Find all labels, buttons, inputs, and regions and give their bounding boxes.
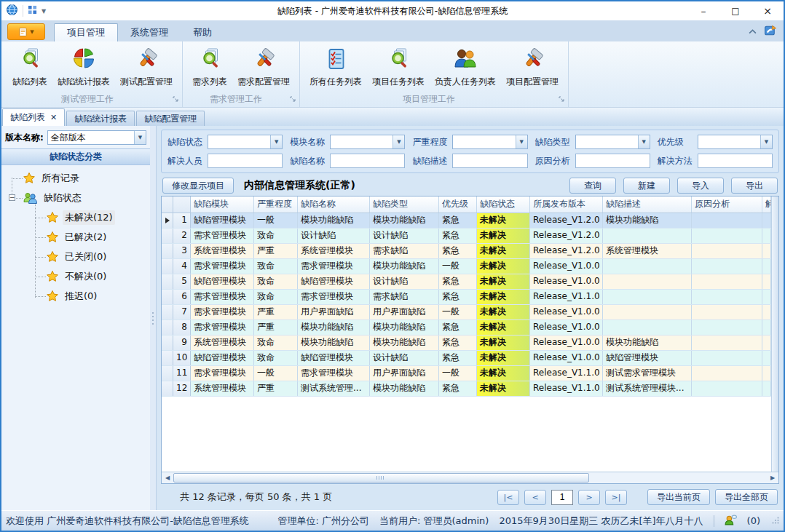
next-page-button[interactable]: > xyxy=(578,490,600,505)
tree-item[interactable]: 所有记录 xyxy=(1,168,150,188)
tree-item[interactable]: 推迟(0) xyxy=(1,286,150,306)
ribbon-button[interactable]: 负责人任务列表 xyxy=(430,44,501,88)
table-row[interactable]: 9系统管理模块致命模块功能缺陷模块功能缺陷紧急未解决Release_V1.0.0… xyxy=(162,336,771,351)
filter-combo[interactable]: ▼ xyxy=(330,135,405,149)
cell-severity: 严重 xyxy=(254,381,298,396)
ribbon-button[interactable]: 项目配置管理 xyxy=(501,44,564,88)
prev-page-button[interactable]: < xyxy=(524,490,546,505)
doc-tab[interactable]: 缺陷配置管理 xyxy=(136,111,205,126)
scroll-right-icon[interactable]: ▶ xyxy=(767,472,778,483)
scroll-left-icon[interactable]: ◀ xyxy=(162,472,173,483)
tree-item[interactable]: 已解决(2) xyxy=(1,227,150,247)
tree-item[interactable]: 已关闭(0) xyxy=(1,247,150,266)
query-button[interactable]: 查询 xyxy=(569,178,616,194)
task-list-icon xyxy=(324,47,348,73)
minimize-button[interactable]: – xyxy=(687,1,719,20)
column-header[interactable]: 缺陷状态 xyxy=(477,196,530,213)
close-button[interactable]: × xyxy=(752,1,784,20)
doc-tab[interactable]: 缺陷统计报表 xyxy=(66,111,135,126)
table-row[interactable]: 3系统管理模块严重系统管理模块需求缺陷紧急未解决Release_V1.2.0系统… xyxy=(162,244,771,259)
last-page-button[interactable]: >| xyxy=(605,490,627,505)
horizontal-scrollbar[interactable]: ◀ ▶ xyxy=(162,472,778,483)
ribbon-button[interactable]: 项目任务列表 xyxy=(367,44,430,88)
column-header[interactable]: 优先级 xyxy=(439,196,477,213)
import-button[interactable]: 导入 xyxy=(677,178,724,194)
table-row[interactable]: 10缺陷管理模块致命缺陷管理模块设计缺陷紧急未解决Release_V1.0.0缺… xyxy=(162,351,771,366)
chevron-down-icon[interactable]: ▼ xyxy=(42,8,46,15)
table-row[interactable]: 5缺陷管理模块致命缺陷管理模块设计缺陷紧急未解决Release_V1.0.0 xyxy=(162,274,771,290)
maximize-button[interactable]: □ xyxy=(719,1,752,20)
message-count-badge: (0) xyxy=(747,515,760,526)
doc-tab[interactable]: 缺陷列表✕ xyxy=(2,108,65,126)
filter-input[interactable] xyxy=(330,154,405,168)
resize-grip-icon[interactable] xyxy=(772,515,779,526)
table-row[interactable]: 6需求管理模块致命需求管理模块需求缺陷紧急未解决Release_V1.1.0 xyxy=(162,290,771,305)
filter-input[interactable] xyxy=(575,154,650,168)
sidebar: 版本名称: 全部版本 ▼ 缺陷状态分类 所有记录−缺陷状态未解决(12)已解决(… xyxy=(1,126,150,510)
column-header[interactable]: 缺陷描述 xyxy=(603,196,692,213)
close-icon[interactable]: ✕ xyxy=(50,113,57,122)
table-row[interactable]: 2需求管理模块致命设计缺陷设计缺陷紧急未解决Release_V1.2.0 xyxy=(162,229,771,244)
ribbon-tab[interactable]: 系统管理 xyxy=(118,24,181,41)
layout-grid-icon[interactable] xyxy=(28,5,37,17)
collapse-icon[interactable]: − xyxy=(9,194,15,201)
first-page-button[interactable]: |< xyxy=(497,490,519,505)
version-combo[interactable]: 全部版本 ▼ xyxy=(47,130,146,145)
table-row[interactable]: 8需求管理模块严重模块功能缺陷模块功能缺陷紧急未解决Release_V1.0.0 xyxy=(162,320,771,336)
ribbon-button[interactable]: 所有任务列表 xyxy=(304,44,367,88)
page-number-input[interactable] xyxy=(551,490,573,505)
column-header[interactable]: 原因分析 xyxy=(692,196,762,213)
app-globe-icon[interactable] xyxy=(6,4,18,18)
ribbon-tab[interactable]: 帮助 xyxy=(181,24,224,41)
tree-item[interactable]: −缺陷状态 xyxy=(1,188,150,207)
application-menu-button[interactable]: ▼ xyxy=(7,23,45,40)
tree-item[interactable]: 不解决(0) xyxy=(1,266,150,286)
ribbon-button[interactable]: 需求列表 xyxy=(187,44,232,88)
column-header[interactable]: 缺陷模块 xyxy=(191,196,254,213)
filter-input[interactable] xyxy=(208,154,283,168)
dialog-launcher-icon[interactable] xyxy=(559,95,565,105)
ribbon-tab[interactable]: 项目管理 xyxy=(54,23,118,41)
help-icon[interactable] xyxy=(764,24,778,39)
collapse-ribbon-icon[interactable] xyxy=(749,26,757,36)
sidebar-splitter[interactable] xyxy=(150,126,156,510)
export-all-pages-button[interactable]: 导出全部页 xyxy=(715,489,778,505)
scrollbar-track[interactable] xyxy=(173,472,767,483)
messenger-person-icon[interactable] xyxy=(725,515,737,528)
modify-columns-button[interactable]: 修改显示项目 xyxy=(162,178,234,194)
tree-item[interactable]: 未解决(12) xyxy=(1,207,150,227)
table-row[interactable]: 11需求管理模块一般需求管理模块用户界面缺陷一般未解决Release_V1.1.… xyxy=(162,366,771,381)
new-button[interactable]: 新建 xyxy=(623,178,670,194)
filter-input[interactable] xyxy=(698,154,773,168)
table-row[interactable]: 7需求管理模块严重用户界面缺陷用户界面缺陷一般未解决Release_V1.0.0 xyxy=(162,305,771,320)
ribbon-button[interactable]: 缺陷列表 xyxy=(7,44,52,88)
cell-type: 模块功能缺陷 xyxy=(370,381,439,396)
ribbon-button[interactable]: 需求配置管理 xyxy=(232,44,295,88)
column-header[interactable]: 严重程度 xyxy=(254,196,298,213)
vertical-scrollbar[interactable] xyxy=(771,196,778,472)
export-button[interactable]: 导出 xyxy=(731,178,778,194)
column-header[interactable]: 缺陷名称 xyxy=(298,196,370,213)
table-row[interactable]: 4需求管理模块致命需求管理模块模块功能缺陷一般未解决Release_V1.0.0 xyxy=(162,259,771,274)
filter-combo[interactable]: ▼ xyxy=(575,135,650,149)
dialog-launcher-icon[interactable] xyxy=(173,95,179,105)
filter-input[interactable] xyxy=(452,154,527,168)
filter-label: 原因分析 xyxy=(535,155,572,167)
filter-combo[interactable]: ▼ xyxy=(698,135,773,149)
cell-status: 未解决 xyxy=(477,244,530,258)
ribbon-button[interactable]: 缺陷统计报表 xyxy=(52,44,115,88)
table-row[interactable]: 1缺陷管理模块一般模块功能缺陷模块功能缺陷紧急未解决Release_V1.2.0… xyxy=(162,213,771,229)
filter-combo[interactable]: ▼ xyxy=(208,135,283,149)
column-header[interactable]: 解决方法 xyxy=(762,196,771,213)
tools-icon xyxy=(252,47,276,73)
scrollbar-thumb[interactable] xyxy=(173,473,589,483)
filter-combo[interactable]: ▼ xyxy=(452,135,527,149)
dialog-launcher-icon[interactable] xyxy=(290,95,296,105)
export-current-page-button[interactable]: 导出当前页 xyxy=(647,489,710,505)
table-row[interactable]: 12系统管理模块严重测试系统管理...模块功能缺陷紧急未解决Release_V1… xyxy=(162,381,771,397)
cell-module: 需求管理模块 xyxy=(191,366,254,381)
column-header[interactable]: 所属发布版本 xyxy=(530,196,603,213)
column-header[interactable]: 缺陷类型 xyxy=(370,196,439,213)
ribbon-button[interactable]: 测试配置管理 xyxy=(115,44,178,88)
cell-desc: 模块功能缺陷 xyxy=(603,213,692,228)
